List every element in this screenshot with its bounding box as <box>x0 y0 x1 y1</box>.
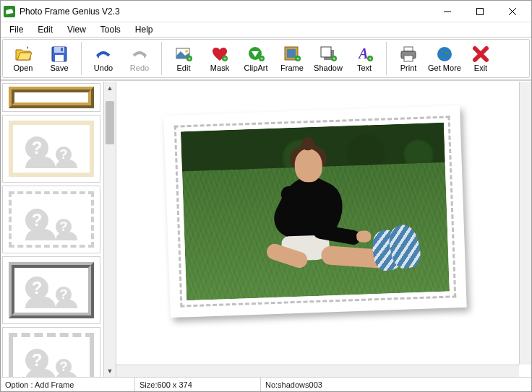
text-button[interactable]: A+ Text <box>347 41 382 76</box>
svg-rect-30 <box>404 56 413 61</box>
placeholder-icon: ? ? <box>19 272 84 308</box>
menu-view[interactable]: View <box>61 23 92 36</box>
exit-x-icon <box>472 45 489 63</box>
scroll-track[interactable] <box>104 94 116 365</box>
print-label: Print <box>400 64 417 72</box>
exit-label: Exit <box>474 64 487 72</box>
edit-button[interactable]: + Edit <box>166 41 201 76</box>
frame-thumb-gold[interactable] <box>2 83 100 112</box>
edit-label: Edit <box>177 64 191 72</box>
toolbar-container: Open Save Undo Redo + Edit + Mask + Clip… <box>1 37 531 81</box>
status-option: Option : Add Frame <box>1 378 135 391</box>
frame-button[interactable]: + Frame <box>275 41 309 76</box>
svg-text:+: + <box>296 56 300 62</box>
svg-text:+: + <box>369 56 372 62</box>
svg-rect-28 <box>404 47 413 51</box>
svg-rect-18 <box>287 49 296 58</box>
svg-rect-1 <box>476 8 483 14</box>
text-label: Text <box>357 64 372 72</box>
svg-point-31 <box>437 47 452 61</box>
frame-thumb-grey[interactable]: ? ? <box>2 327 100 377</box>
window-title: Photo Frame Genius V2.3 <box>20 6 431 17</box>
title-bar: Photo Frame Genius V2.3 <box>1 1 531 22</box>
placeholder-icon: ? ? <box>16 199 87 240</box>
status-bar: Option : Add Frame Size:600 x 374 No:sha… <box>1 377 531 391</box>
status-size: Size:600 x 374 <box>135 378 261 391</box>
frame-thumbnails: ? ? ? ? ? ? <box>1 82 103 377</box>
getmore-button[interactable]: Get More <box>427 41 462 76</box>
placeholder-icon: ? ? <box>17 129 85 168</box>
undo-button[interactable]: Undo <box>86 41 121 76</box>
scroll-down-button[interactable]: ▼ <box>104 365 116 377</box>
canvas-scrollbar-horizontal[interactable] <box>116 365 519 377</box>
clipart-button[interactable]: + ClipArt <box>239 41 273 76</box>
svg-text:A: A <box>357 45 368 61</box>
status-no: No:shadows003 <box>261 378 531 391</box>
shadow-button[interactable]: + Shadow <box>311 41 346 76</box>
body-area: ? ? ? ? ? ? <box>1 81 531 377</box>
svg-rect-7 <box>61 48 63 51</box>
photo-frame[interactable] <box>163 105 467 318</box>
close-button[interactable] <box>496 1 528 22</box>
toolbar-separator <box>161 42 162 75</box>
getmore-label: Get More <box>428 64 461 72</box>
undo-label: Undo <box>94 64 113 72</box>
save-floppy-icon <box>51 45 68 63</box>
menu-tools[interactable]: Tools <box>95 23 126 36</box>
clipart-label: ClipArt <box>244 64 267 72</box>
svg-text:+: + <box>332 56 336 62</box>
printer-icon <box>400 45 417 63</box>
menu-help[interactable]: Help <box>129 23 159 36</box>
menu-file[interactable]: File <box>4 23 29 36</box>
open-folder-icon <box>14 45 32 63</box>
frame-label: Frame <box>280 64 304 72</box>
exit-button[interactable]: Exit <box>463 41 498 76</box>
open-label: Open <box>14 64 33 72</box>
redo-label: Redo <box>130 64 149 72</box>
menu-edit[interactable]: Edit <box>32 23 59 36</box>
svg-point-9 <box>185 50 188 53</box>
text-icon: A+ <box>356 45 373 63</box>
open-button[interactable]: Open <box>6 41 40 76</box>
globe-icon <box>436 45 453 63</box>
undo-arrow-icon <box>95 45 112 63</box>
edit-image-icon: + <box>175 45 192 63</box>
svg-rect-6 <box>55 55 64 61</box>
svg-text:+: + <box>188 56 192 62</box>
sidebar-scrollbar[interactable]: ▲ ▼ <box>103 82 116 377</box>
photo-image <box>181 123 450 301</box>
svg-rect-22 <box>321 47 331 57</box>
minimize-button[interactable] <box>431 1 463 22</box>
redo-arrow-icon <box>131 45 148 63</box>
save-label: Save <box>50 64 68 72</box>
clipart-icon: + <box>247 45 265 63</box>
canvas-scrollbar-vertical[interactable] <box>519 82 531 365</box>
canvas-area[interactable] <box>116 82 531 377</box>
print-button[interactable]: Print <box>391 41 426 76</box>
frame-thumb-stamp[interactable]: ? ? <box>2 186 100 253</box>
frame-thumb-cream[interactable]: ? ? <box>2 115 100 183</box>
scroll-up-button[interactable]: ▲ <box>104 82 116 94</box>
scroll-thumb[interactable] <box>106 101 114 144</box>
toolbar-separator <box>386 42 387 75</box>
maximize-button[interactable] <box>463 1 496 22</box>
frame-thumb-silver[interactable]: ? ? <box>2 256 100 324</box>
shadow-icon: + <box>319 45 337 63</box>
save-button[interactable]: Save <box>42 41 77 76</box>
menu-bar: File Edit View Tools Help <box>1 22 531 37</box>
window-controls <box>431 1 528 22</box>
toolbar-separator <box>81 42 82 75</box>
svg-text:+: + <box>223 56 227 62</box>
toolbar: Open Save Undo Redo + Edit + Mask + Clip… <box>2 39 530 78</box>
redo-button[interactable]: Redo <box>122 41 157 76</box>
mask-label: Mask <box>210 64 229 72</box>
mask-button[interactable]: + Mask <box>202 41 237 76</box>
mask-heart-icon: + <box>211 45 228 63</box>
frame-icon: + <box>283 45 301 63</box>
svg-text:+: + <box>260 56 264 62</box>
app-icon <box>4 6 15 17</box>
stamp-frame-border <box>174 116 457 307</box>
shadow-label: Shadow <box>314 64 343 72</box>
placeholder-icon: ? ? <box>17 341 85 377</box>
frame-sidebar: ? ? ? ? ? ? <box>1 82 116 377</box>
